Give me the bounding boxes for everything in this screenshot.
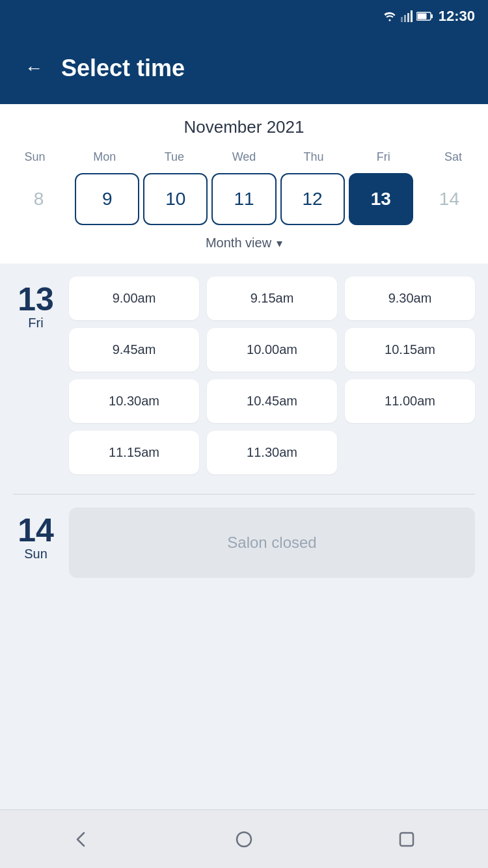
timeslot-900am[interactable]: 9.00am [69, 277, 199, 320]
section-divider [13, 494, 475, 495]
back-nav-button[interactable] [68, 826, 94, 852]
timeslots-grid-13: 9.00am 9.15am 9.30am 9.45am 10.00am 10.1… [69, 277, 475, 474]
day-headers: Sun Mon Tue Wed Thu Fri Sat [0, 148, 488, 167]
date-8[interactable]: 8 [7, 173, 71, 225]
date-12[interactable]: 12 [280, 173, 345, 225]
day-label-13: 13 Fri [13, 277, 59, 474]
timeslot-930am[interactable]: 9.30am [345, 277, 475, 320]
svg-rect-0 [401, 17, 403, 22]
timeslot-1045am[interactable]: 10.45am [207, 379, 337, 423]
timeslot-1100am[interactable]: 11.00am [345, 379, 475, 423]
home-nav-button[interactable] [231, 826, 257, 852]
svg-rect-1 [404, 15, 406, 22]
app-header: ← Select time [0, 33, 488, 104]
page-title: Select time [61, 55, 185, 82]
day-header-mon: Mon [70, 148, 139, 167]
svg-rect-8 [400, 833, 413, 846]
schedule-sun-14: 14 Sun Salon closed [13, 508, 475, 578]
wifi-icon [383, 11, 397, 21]
date-11[interactable]: 11 [211, 173, 276, 225]
date-10[interactable]: 10 [143, 173, 208, 225]
chevron-down-icon: ▾ [277, 236, 282, 251]
status-time: 12:30 [439, 8, 475, 25]
day-name-sun: Sun [24, 547, 47, 562]
day-number-13: 13 [18, 283, 54, 316]
timeslot-1015am[interactable]: 10.15am [345, 328, 475, 372]
bottom-nav [0, 809, 488, 868]
svg-point-7 [237, 832, 251, 847]
status-bar: 12:30 [0, 0, 488, 33]
dates-row: 8 9 10 11 12 13 14 [0, 173, 488, 225]
month-year: November 2021 [0, 117, 488, 137]
date-13[interactable]: 13 [349, 173, 413, 225]
day-header-sat: Sat [418, 148, 488, 167]
status-icons [383, 10, 433, 22]
schedule-fri-13: 13 Fri 9.00am 9.15am 9.30am 9.45am 10.00… [13, 277, 475, 474]
date-9[interactable]: 9 [75, 173, 139, 225]
svg-rect-3 [411, 10, 413, 22]
timeslot-945am[interactable]: 9.45am [69, 328, 199, 372]
timeslot-1030am[interactable]: 10.30am [69, 379, 199, 423]
day-label-14: 14 Sun [13, 508, 59, 578]
day-header-tue: Tue [139, 148, 209, 167]
day-header-fri: Fri [349, 148, 418, 167]
svg-rect-5 [431, 14, 433, 18]
day-number-14: 14 [18, 514, 54, 547]
month-view-label: Month view [206, 236, 271, 251]
battery-icon [416, 12, 433, 21]
day-name-fri: Fri [28, 316, 43, 331]
month-view-toggle[interactable]: Month view ▾ [0, 225, 488, 257]
signal-icon [401, 10, 413, 22]
date-14[interactable]: 14 [417, 173, 481, 225]
day-header-sun: Sun [0, 148, 70, 167]
calendar-section: November 2021 Sun Mon Tue Wed Thu Fri Sa… [0, 104, 488, 264]
svg-rect-2 [407, 13, 409, 22]
timeslot-1115am[interactable]: 11.15am [69, 431, 199, 474]
timeslot-1130am[interactable]: 11.30am [207, 431, 337, 474]
day-header-thu: Thu [279, 148, 349, 167]
timeslot-1000am[interactable]: 10.00am [207, 328, 337, 372]
recent-nav-button[interactable] [394, 826, 420, 852]
salon-closed-message: Salon closed [69, 508, 475, 578]
back-button[interactable]: ← [20, 53, 48, 84]
day-header-wed: Wed [209, 148, 278, 167]
timeslot-915am[interactable]: 9.15am [207, 277, 337, 320]
timeslot-section: 13 Fri 9.00am 9.15am 9.30am 9.45am 10.00… [0, 264, 488, 809]
svg-rect-6 [417, 14, 426, 20]
